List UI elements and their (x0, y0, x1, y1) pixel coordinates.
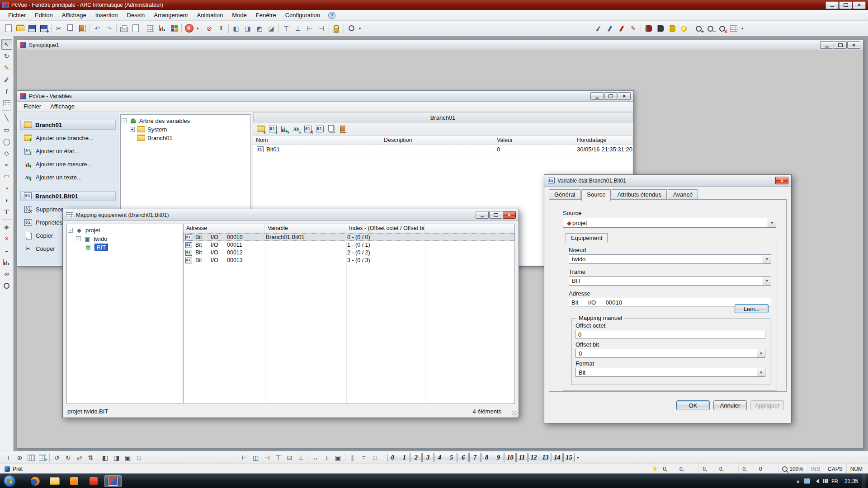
distribute-h-icon[interactable]: ∥ (347, 452, 358, 463)
menu-configuration[interactable]: Configuration (281, 10, 325, 21)
line-tool-icon[interactable]: ╲ (1, 113, 12, 123)
library-icon[interactable] (145, 23, 156, 34)
taskbar-clock[interactable]: 21:35 (840, 478, 863, 484)
ellipse-tool-icon[interactable]: ◯ (1, 136, 12, 147)
plan-button-14[interactable]: 14 (552, 453, 563, 462)
source-combobox[interactable]: ◆ projet ▼ (563, 218, 776, 228)
text-tool-icon[interactable]: T (1, 206, 12, 217)
lock-icon[interactable] (330, 23, 342, 34)
plan-button-4[interactable]: 4 (434, 453, 445, 462)
cut-icon[interactable]: ✂ (53, 23, 65, 34)
chevron-down-icon[interactable]: ▼ (757, 368, 765, 376)
variables-maximize-button[interactable] (604, 92, 617, 100)
task-add-measure[interactable]: Ajouter une mesure... (18, 158, 118, 171)
align-left-icon[interactable]: ⊢ (239, 452, 250, 463)
task-group-branch[interactable]: Branch01 (20, 120, 116, 130)
distribute-v-icon[interactable]: ≡ (358, 452, 369, 463)
polyline-tool-icon[interactable]: ≈ (1, 160, 12, 170)
pen-tool-icon[interactable]: ✎ (1, 62, 12, 73)
stop-caret-icon[interactable]: ▾ (195, 23, 200, 34)
polygon-tool-icon[interactable]: ◇ (1, 148, 12, 159)
brush-icon[interactable] (604, 23, 616, 34)
close-button[interactable] (853, 1, 866, 9)
properties-variable-icon[interactable] (314, 123, 326, 135)
text-insert-icon[interactable]: T (215, 23, 227, 34)
tray-volume-icon[interactable] (812, 474, 821, 488)
pie-tool-icon[interactable]: ◔ (1, 183, 12, 194)
tree-item-bit[interactable]: ▦ BIT (68, 243, 181, 252)
menu-edition[interactable]: Edition (30, 10, 57, 21)
plan-button-2[interactable]: 2 (410, 453, 422, 462)
align-top-icon[interactable]: ⊤ (273, 452, 284, 463)
target-icon[interactable]: ⊕ (14, 452, 25, 463)
column-index[interactable]: Index - (Offset octet / Offset bit) (346, 224, 425, 233)
chevron-down-icon[interactable]: ▼ (763, 255, 771, 263)
print-icon[interactable] (118, 23, 130, 34)
undo-icon[interactable]: ↶ (91, 23, 103, 34)
save-icon[interactable] (26, 23, 38, 34)
gauge-tool-icon[interactable]: ◒ (1, 245, 12, 256)
plan-button-15[interactable]: 15 (563, 453, 575, 462)
mapping-table-row[interactable]: BitI/O000122 - (0 / 2) (184, 249, 514, 256)
rotate-right-icon[interactable]: ↻ (62, 452, 74, 463)
eyedropper-icon[interactable] (592, 23, 604, 34)
add-state-icon[interactable] (267, 123, 278, 135)
menu-insertion[interactable]: Insertion (91, 10, 123, 21)
chord-tool-icon[interactable]: ◗ (1, 195, 12, 206)
variables-table-row[interactable]: Bit01 0 30/05/16 21:35:31:20 (253, 145, 632, 154)
ok-button[interactable]: OK (676, 400, 710, 410)
column-valeur[interactable]: Valeur (494, 136, 574, 145)
start-button[interactable] (4, 475, 16, 487)
bulb-icon[interactable] (678, 23, 689, 34)
rotate-tool-icon[interactable]: ↻ (1, 51, 12, 61)
taskbar-app-orange[interactable] (66, 475, 83, 487)
plan-button-11[interactable]: 11 (516, 453, 528, 462)
tray-network-icon[interactable] (821, 474, 830, 488)
delete-variable-icon[interactable] (302, 123, 314, 135)
chevron-down-icon[interactable]: ▼ (768, 218, 776, 227)
column-variable[interactable]: Variable (265, 224, 346, 233)
same-height-icon[interactable]: ↕ (321, 452, 332, 463)
paste-icon[interactable] (76, 23, 88, 34)
add-text-icon[interactable] (290, 123, 302, 135)
trend-tool-icon[interactable] (1, 257, 12, 267)
same-width-icon[interactable]: ↔ (310, 452, 321, 463)
tray-language[interactable]: FR (830, 474, 840, 488)
plan-button-5[interactable]: 5 (446, 453, 457, 462)
menu-fichier[interactable]: Fichier (19, 102, 46, 112)
variables-close-button[interactable] (618, 92, 631, 100)
align-right-icon[interactable]: ⊣ (261, 452, 273, 463)
zoom-caret-icon[interactable]: ▾ (357, 23, 363, 34)
new-icon[interactable] (3, 23, 14, 34)
plan-button-0[interactable]: 0 (387, 453, 398, 462)
mapping-table-row[interactable]: BitI/O00010Branch01.Bit010 - (0 / 0) (184, 233, 514, 241)
tree-item-twido[interactable]: - ▣ twido (68, 235, 181, 243)
table-tool-icon[interactable] (1, 98, 12, 108)
tree-item-projet[interactable]: - ◆ projet (68, 226, 181, 235)
column-horodatage[interactable]: Horodatage (574, 136, 632, 145)
add-branch-icon[interactable] (255, 123, 267, 135)
add-measure-icon[interactable] (278, 123, 290, 135)
zoom-select-icon[interactable] (345, 23, 357, 34)
info-tool-icon[interactable]: i (1, 86, 12, 97)
taskbar-app-red[interactable] (85, 475, 102, 487)
plan-button-3[interactable]: 3 (422, 453, 434, 462)
delete-tool-icon[interactable]: × (1, 233, 12, 244)
zoom-cancel-icon[interactable] (716, 23, 728, 34)
rectangle-tool-icon[interactable]: ▭ (1, 124, 12, 135)
task-add-branch[interactable]: Ajouter une branche... (18, 131, 118, 145)
task-add-state[interactable]: Ajouter un état... (18, 145, 118, 158)
chevron-down-icon[interactable]: ▼ (763, 277, 771, 285)
zoom-out-icon[interactable] (704, 23, 716, 34)
paste-variable-icon[interactable] (337, 123, 349, 135)
state-close-button[interactable] (775, 177, 788, 184)
zoom-grid-icon[interactable] (728, 23, 740, 34)
send-back-icon[interactable]: □ (133, 452, 145, 463)
align-top-icon[interactable]: ⊤ (280, 23, 292, 34)
variables-minimize-button[interactable] (590, 92, 604, 100)
column-description[interactable]: Description (381, 136, 494, 145)
copy-icon[interactable] (65, 23, 76, 34)
mapping-table-row[interactable]: BitI/O000133 - (0 / 3) (184, 256, 514, 264)
pan-icon[interactable]: + (3, 452, 14, 463)
palette-icon[interactable] (168, 23, 180, 34)
